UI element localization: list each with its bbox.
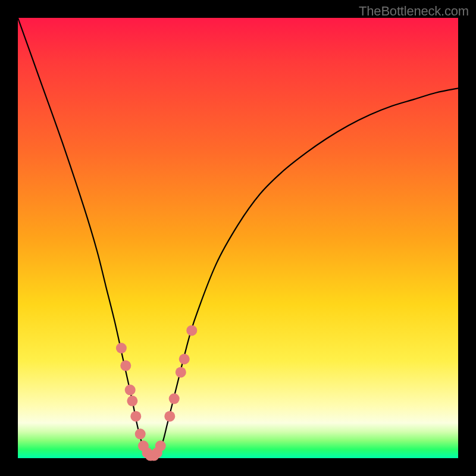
highlight-dot — [164, 411, 175, 422]
highlight-dot — [127, 396, 137, 406]
highlight-dot — [155, 440, 166, 451]
highlight-dot — [169, 393, 180, 404]
highlight-dot — [135, 428, 146, 439]
highlight-dot — [116, 343, 127, 353]
highlight-dots — [116, 325, 197, 461]
chart-frame: TheBottleneck.com — [0, 0, 476, 476]
highlight-dot — [120, 361, 131, 371]
highlight-dot — [186, 325, 197, 336]
watermark-text: TheBottleneck.com — [359, 4, 469, 19]
highlight-dot — [179, 354, 190, 365]
chart-overlay — [18, 18, 458, 458]
bottleneck-curve — [18, 18, 458, 456]
highlight-dot — [125, 384, 136, 395]
highlight-dot — [130, 411, 141, 422]
highlight-dot — [176, 367, 186, 378]
plot-area — [18, 18, 458, 458]
